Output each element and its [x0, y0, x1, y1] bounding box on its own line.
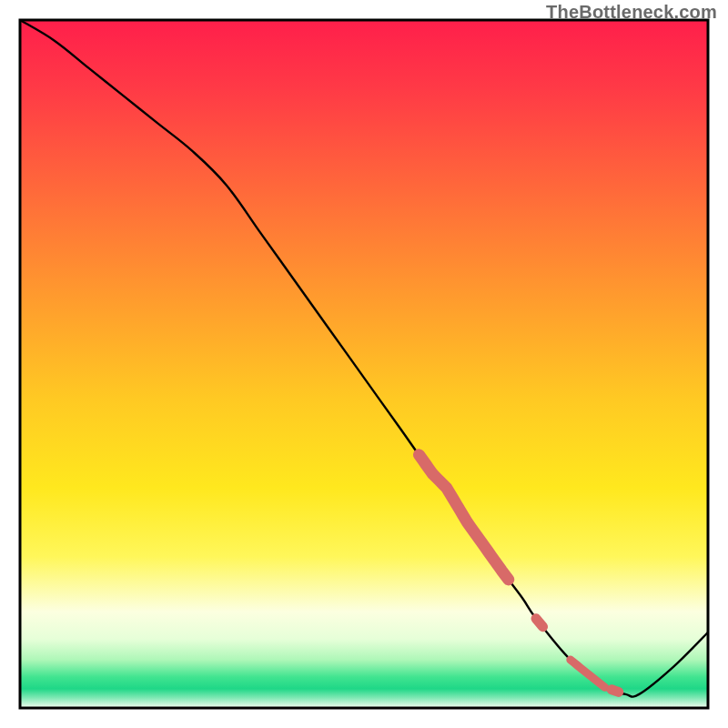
- chart-container: TheBottleneck.com: [0, 0, 728, 728]
- plot-background: [20, 20, 708, 708]
- highlight-segment: [612, 690, 619, 693]
- attribution-text: TheBottleneck.com: [546, 2, 717, 23]
- bottleneck-chart: [0, 0, 728, 728]
- highlight-segment: [536, 619, 543, 627]
